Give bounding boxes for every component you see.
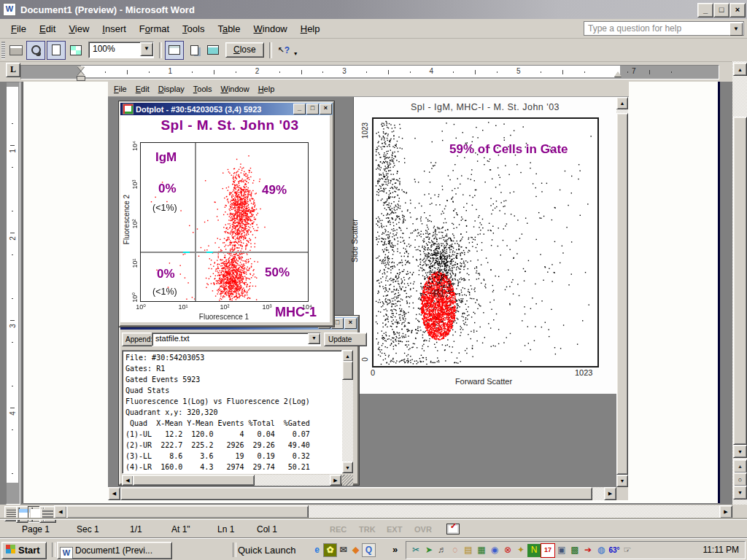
- menu-item-help[interactable]: Help: [254, 83, 279, 95]
- dotplot-close-button[interactable]: ×: [320, 104, 332, 114]
- browse-previous-button[interactable]: ▲: [733, 459, 747, 473]
- stats-scroll-down-icon[interactable]: ▼: [342, 462, 353, 473]
- word-vscroll-thumb[interactable]: [733, 117, 747, 445]
- update-button[interactable]: Update: [324, 332, 367, 346]
- toolbar-grip[interactable]: [1, 42, 5, 59]
- stats-hscrollbar[interactable]: ◀ ▶: [122, 475, 341, 486]
- menu-item-table[interactable]: Table: [211, 21, 247, 36]
- menu-item-view[interactable]: View: [62, 21, 96, 36]
- dotplot-window-titlebar[interactable]: Dotplot - #30:54203053 (3,4) 5923 _ □ ×: [120, 103, 333, 115]
- download-icon[interactable]: ➔: [581, 544, 595, 557]
- stats-window[interactable]: _ □ × Append: statfile.txt ▼ Update File…: [119, 316, 359, 485]
- word-horizontal-scrollbar[interactable]: ◀ ▶: [54, 505, 732, 518]
- close-window-button[interactable]: ×: [729, 3, 746, 18]
- menu-item-display[interactable]: Display: [154, 83, 189, 95]
- dotplot-maximize-button[interactable]: □: [306, 104, 319, 114]
- menu-item-edit[interactable]: Edit: [131, 83, 154, 95]
- menu-item-format[interactable]: Format: [133, 21, 176, 36]
- dotplot-window[interactable]: Dotplot - #30:54203053 (3,4) 5923 _ □ × …: [119, 101, 334, 327]
- display-settings-icon[interactable]: ▤: [462, 544, 475, 557]
- ie-icon[interactable]: e: [311, 544, 323, 556]
- quadrant-handle-icon[interactable]: [183, 252, 190, 253]
- printer-icon[interactable]: ▦: [475, 544, 488, 557]
- right-indent-marker[interactable]: [614, 71, 622, 77]
- menu-item-insert[interactable]: Insert: [96, 21, 133, 36]
- browse-next-button[interactable]: ▼: [733, 486, 747, 499]
- start-button[interactable]: Start: [1, 542, 47, 559]
- one-page-button[interactable]: [47, 41, 66, 60]
- icq-icon[interactable]: ✿: [323, 543, 337, 557]
- spelling-status-icon[interactable]: ✓: [446, 524, 460, 534]
- menu-item-tools[interactable]: Tools: [176, 21, 211, 36]
- word-scroll-up-icon[interactable]: ▲: [733, 63, 747, 76]
- quadrant-vline[interactable]: [195, 143, 196, 301]
- statfile-dropdown-icon[interactable]: ▼: [308, 333, 320, 344]
- calendar-icon[interactable]: 17: [541, 543, 555, 558]
- stats-scroll-right-icon[interactable]: ▶: [330, 475, 341, 486]
- close-preview-button[interactable]: Close: [225, 42, 264, 58]
- mail-icon[interactable]: ✉: [337, 544, 349, 556]
- stats-resize-grip[interactable]: [342, 475, 353, 486]
- app-hscroll-thumb[interactable]: [120, 487, 592, 500]
- left-indent-marker[interactable]: [77, 76, 85, 81]
- quadrant-hline[interactable]: [141, 252, 308, 253]
- weather-icon[interactable]: 63°: [608, 544, 621, 557]
- maximize-button[interactable]: □: [713, 3, 729, 18]
- token-icon[interactable]: ✦: [514, 544, 527, 557]
- h-ruler-band[interactable]: 123457: [20, 65, 719, 79]
- menu-item-file[interactable]: File: [109, 83, 131, 95]
- multiple-pages-button[interactable]: [67, 42, 85, 59]
- toolbar-overflow-chevron[interactable]: »: [392, 544, 398, 555]
- stats-vscroll-thumb[interactable]: [342, 361, 353, 380]
- ask-question-box[interactable]: Type a question for help ▼: [584, 21, 744, 36]
- dialup-icon[interactable]: ◌: [449, 544, 462, 557]
- vertical-ruler[interactable]: 1234: [6, 82, 20, 505]
- status-ovr-toggle[interactable]: OVR: [414, 525, 432, 534]
- menu-item-window[interactable]: Window: [216, 83, 253, 95]
- pointer-icon[interactable]: ☞: [621, 544, 634, 557]
- first-line-indent-marker[interactable]: [77, 66, 85, 71]
- word-scroll-left-icon[interactable]: ◀: [54, 505, 67, 518]
- app-vscroll-thumb[interactable]: [616, 113, 628, 475]
- status-ext-toggle[interactable]: EXT: [387, 525, 402, 534]
- word-vertical-scrollbar[interactable]: ▲ ▼ ▲ ○ ▼: [732, 61, 747, 505]
- menu-item-window[interactable]: Window: [247, 21, 294, 36]
- magnifier-button[interactable]: [26, 41, 45, 60]
- word-hscroll-thumb[interactable]: [66, 505, 309, 518]
- globe-icon[interactable]: ◍: [595, 544, 608, 557]
- app-vertical-scrollbar[interactable]: ▲ ▼: [616, 97, 628, 487]
- sync-tool-icon[interactable]: ➤: [422, 544, 436, 557]
- full-screen-button[interactable]: [204, 42, 222, 59]
- menu-item-edit[interactable]: Edit: [33, 21, 62, 36]
- app-scroll-up-icon[interactable]: ▲: [616, 97, 628, 109]
- stats-scroll-left-icon[interactable]: ◀: [122, 475, 133, 486]
- task-button-document1[interactable]: WDocument1 (Previ...: [57, 542, 172, 559]
- scanner-icon[interactable]: ▩: [568, 544, 581, 557]
- app-scroll-left-icon[interactable]: ◀: [108, 487, 120, 500]
- quadrant-handle-icon[interactable]: [206, 252, 213, 253]
- word-scroll-right-icon[interactable]: ▶: [719, 505, 732, 518]
- question-dropdown-icon[interactable]: ▼: [729, 23, 743, 36]
- media-player-icon[interactable]: Q: [362, 543, 376, 557]
- stats-scroll-up-icon[interactable]: ▲: [342, 350, 353, 362]
- title-bar[interactable]: W Document1 (Preview) - Microsoft Word _…: [0, 0, 747, 19]
- stats-hscroll-thumb[interactable]: [133, 475, 255, 486]
- antivirus-icon[interactable]: N: [527, 544, 541, 557]
- select-browse-object-button[interactable]: ○: [733, 472, 747, 486]
- view-ruler-button[interactable]: [165, 41, 184, 60]
- menu-item-tools[interactable]: Tools: [189, 83, 217, 95]
- network-offline-icon[interactable]: ⊗: [501, 544, 514, 557]
- status-trk-toggle[interactable]: TRK: [359, 525, 376, 534]
- dotplot-minimize-button[interactable]: _: [293, 104, 306, 114]
- menu-item-file[interactable]: File: [4, 21, 33, 36]
- msn-icon[interactable]: ◆: [349, 544, 362, 556]
- clip-tool-icon[interactable]: ✂: [409, 544, 422, 557]
- help-button[interactable]: ↖?: [275, 42, 293, 59]
- app-horizontal-scrollbar[interactable]: ◀ ▶: [108, 487, 616, 500]
- stats-close-button[interactable]: ×: [344, 318, 357, 329]
- stats-text-area[interactable]: File: #30:54203053 Gates: R1 Gated Event…: [122, 350, 342, 474]
- shrink-to-fit-button[interactable]: [185, 42, 203, 59]
- camera-icon[interactable]: ◉: [488, 544, 501, 557]
- menu-item-help[interactable]: Help: [294, 21, 327, 36]
- toolbar-options-icon[interactable]: ▼: [293, 51, 298, 56]
